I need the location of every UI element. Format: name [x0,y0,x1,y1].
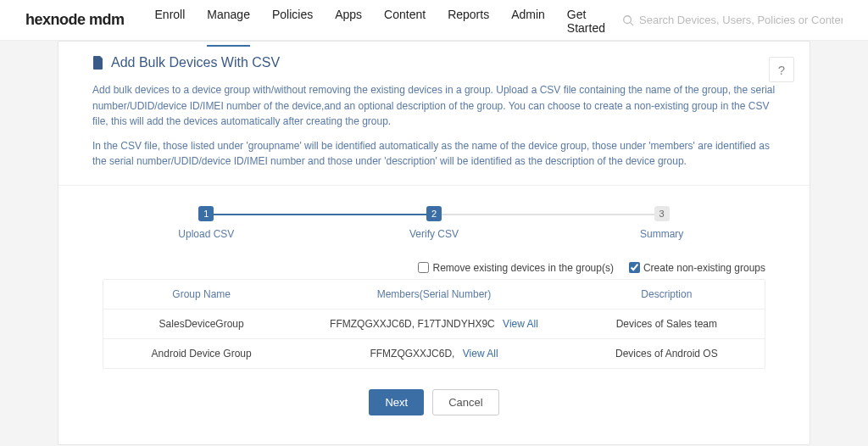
wizard-steps: 1 Upload CSV 2 Verify CSV 3 Summary Remo… [58,185,810,444]
remove-existing-label: Remove existing devices in the group(s) [432,262,613,274]
topbar: hexnode mdm Enroll Manage Policies Apps … [0,0,868,41]
page-title: Add Bulk Devices With CSV [111,55,280,70]
nav-policies[interactable]: Policies [272,0,313,45]
remove-existing-input[interactable] [418,262,429,273]
table-row: SalesDeviceGroup FFMZQGXXJC6D, F17TJNDYH… [103,309,765,339]
remove-existing-checkbox[interactable]: Remove existing devices in the group(s) [418,262,613,274]
step-label: Upload CSV [92,228,320,240]
nav-content[interactable]: Content [384,0,426,45]
main-card: Add Bulk Devices With CSV ? Add bulk dev… [58,41,810,445]
nav-enroll[interactable]: Enroll [155,0,186,45]
view-all-link[interactable]: View All [503,318,538,330]
nav-admin[interactable]: Admin [511,0,545,45]
search-input[interactable] [639,14,843,26]
help-button[interactable]: ? [769,57,794,82]
svg-line-1 [631,22,634,25]
create-nonexisting-label: Create non-existing groups [643,262,765,274]
brand-logo: hexnode mdm [25,11,125,29]
action-buttons: Next Cancel [92,382,776,439]
cell-description: Devices of Sales team [569,309,765,338]
step-label: Summary [548,228,776,240]
step-label: Verify CSV [320,228,548,240]
step-summary[interactable]: 3 Summary [548,206,776,240]
nav-get-started[interactable]: Get Started [567,0,622,45]
table-row: Android Device Group FFMZQGXXJC6D, View … [103,339,765,369]
cell-members: FFMZQGXXJC6D, F17TJNDYHX9C View All [299,309,568,338]
step-upload-csv[interactable]: 1 Upload CSV [92,206,320,240]
search-icon [622,14,634,26]
step-number: 1 [198,206,214,221]
cell-members: FFMZQGXXJC6D, View All [299,339,568,368]
col-members: Members(Serial Number) [299,280,568,309]
table-header: Group Name Members(Serial Number) Descri… [103,280,765,309]
view-all-link[interactable]: View All [463,348,498,360]
search-box[interactable] [622,14,843,26]
description-2: In the CSV file, those listed under 'gro… [92,138,776,170]
card-header: Add Bulk Devices With CSV ? Add bulk dev… [58,42,810,185]
top-nav: Enroll Manage Policies Apps Content Repo… [155,0,622,45]
options-row: Remove existing devices in the group(s) … [103,262,765,274]
create-nonexisting-checkbox[interactable]: Create non-existing groups [629,262,765,274]
nav-apps[interactable]: Apps [335,0,362,45]
groups-table: Group Name Members(Serial Number) Descri… [103,279,765,369]
document-icon [92,56,104,70]
cell-group-name: SalesDeviceGroup [103,309,299,338]
cell-group-name: Android Device Group [103,339,299,368]
step-number: 2 [426,206,442,221]
next-button[interactable]: Next [369,389,424,415]
nav-reports[interactable]: Reports [448,0,489,45]
create-nonexisting-input[interactable] [629,262,640,273]
col-description: Description [569,280,765,309]
cancel-button[interactable]: Cancel [432,389,498,415]
col-group-name: Group Name [103,280,299,309]
nav-manage[interactable]: Manage [207,0,250,45]
cell-description: Devices of Android OS [569,339,765,368]
step-verify-csv[interactable]: 2 Verify CSV [320,206,548,240]
description-1: Add bulk devices to a device group with/… [92,82,776,130]
svg-point-0 [624,15,632,23]
step-number: 3 [654,206,670,221]
